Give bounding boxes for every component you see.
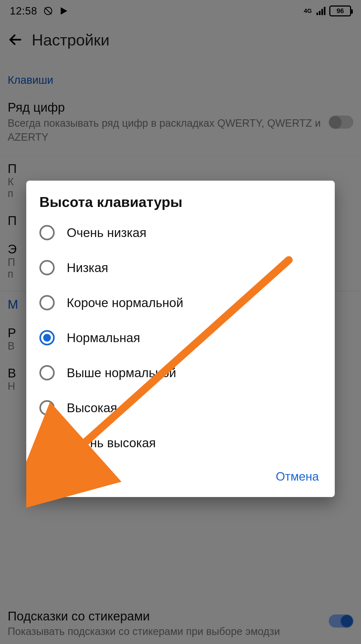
radio-icon-selected <box>39 330 55 345</box>
dialog-cancel-button[interactable]: Отмена <box>273 465 322 488</box>
dialog-title: Высота клавиатуры <box>26 194 335 215</box>
option-label: Нормальная <box>67 330 140 345</box>
option-high[interactable]: Высокая <box>26 390 335 425</box>
option-label: Высокая <box>67 400 117 415</box>
option-very-high[interactable]: Очень высокая <box>26 425 335 460</box>
radio-icon <box>39 365 55 380</box>
radio-icon <box>39 400 55 415</box>
option-label: Очень высокая <box>67 435 156 450</box>
radio-icon <box>39 225 55 240</box>
option-very-low[interactable]: Очень низкая <box>26 215 335 250</box>
dialog-actions: Отмена <box>26 463 335 490</box>
dialog-options: Очень низкая Низкая Короче нормальной Но… <box>26 215 335 463</box>
option-normal[interactable]: Нормальная <box>26 320 335 355</box>
option-label: Очень низкая <box>67 225 146 240</box>
option-low[interactable]: Низкая <box>26 250 335 285</box>
radio-icon <box>39 295 55 310</box>
dialog-keyboard-height: Высота клавиатуры Очень низкая Низкая Ко… <box>26 181 335 497</box>
screen: 12:58 4G 96 Настройки <box>0 0 361 644</box>
option-taller-than-normal[interactable]: Выше нормальной <box>26 355 335 390</box>
radio-icon <box>39 435 55 450</box>
option-label: Низкая <box>67 260 108 275</box>
option-label: Выше нормальной <box>67 365 176 380</box>
option-label: Короче нормальной <box>67 295 183 310</box>
radio-icon <box>39 260 55 275</box>
option-shorter-than-normal[interactable]: Короче нормальной <box>26 285 335 320</box>
